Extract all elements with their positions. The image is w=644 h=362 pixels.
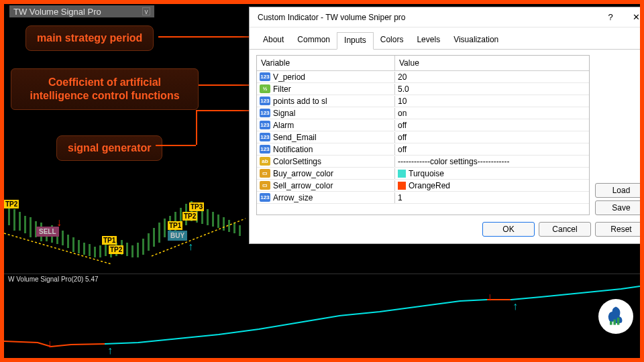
variable-value[interactable]: 1 (395, 192, 589, 203)
variable-value[interactable]: off (395, 132, 589, 143)
variable-name: Notification (273, 145, 313, 154)
variable-value[interactable]: on (395, 108, 589, 119)
color-swatch (398, 170, 406, 178)
tab-visualization[interactable]: Visualization (447, 32, 505, 50)
chart-lower-panel[interactable]: W Volume Signal Pro(20) 5.47 ↓ ↑ ↓ ↑ (4, 274, 640, 358)
save-button[interactable]: Save (595, 200, 644, 215)
tp1-label: TP1 (102, 236, 117, 245)
callout-signal: signal generator (56, 135, 162, 161)
input-row[interactable]: ½Filter5.0 (257, 83, 589, 95)
input-row[interactable]: ▭Buy_arrow_colorTurquoise (257, 168, 589, 180)
side-buttons: Load Save (595, 55, 644, 215)
input-row[interactable]: 123Signalon (257, 107, 589, 119)
connector-line (196, 110, 256, 111)
int-type-icon: 123 (260, 72, 270, 81)
variable-name: Send_Email (273, 133, 317, 142)
variable-name: Arrow_size (273, 193, 313, 202)
svg-line-0 (4, 233, 111, 264)
variable-name: points add to sl (273, 97, 327, 106)
input-row[interactable]: ▭Sell_arrow_colorOrangeRed (257, 180, 589, 192)
input-row[interactable]: 123points add to sl10 (257, 95, 589, 107)
tp2-label: TP2 (4, 200, 19, 208)
int-type-icon: 123 (260, 145, 270, 154)
input-row[interactable]: 123Arrow_size1 (257, 192, 589, 204)
variable-name: Filter (273, 84, 291, 94)
buy-arrow-icon: ↑ (106, 344, 114, 357)
clr-type-icon: ▭ (260, 181, 270, 190)
variable-name: Alarm (273, 121, 294, 130)
tab-levels[interactable]: Levels (410, 32, 447, 50)
dialog-body: Variable Value 123V_period20½Filter5.012… (250, 50, 644, 222)
indicator-properties-dialog: Custom Indicator - TW volume Sniper pro … (249, 7, 644, 244)
variable-value[interactable]: off (395, 144, 589, 155)
sell-arrow-icon: ↓ (55, 216, 63, 229)
close-button[interactable]: ✕ (623, 8, 644, 27)
variable-name: Sell_arrow_color (273, 181, 333, 190)
volume-line (4, 274, 640, 359)
grid-header: Variable Value (257, 56, 589, 71)
connector-line (156, 145, 196, 146)
variable-value[interactable]: OrangeRed (395, 180, 589, 191)
color-swatch (398, 182, 406, 190)
svg-rect-4 (617, 318, 620, 325)
tp2-label: TP2 (182, 212, 197, 221)
dialog-tabs: About Common Inputs Colors Levels Visual… (250, 27, 644, 50)
sell-arrow-icon: ↓ (46, 337, 54, 351)
tab-about[interactable]: About (256, 32, 290, 50)
buy-arrow-icon: ↑ (186, 240, 195, 253)
header-variable[interactable]: Variable (257, 56, 395, 70)
int-type-icon: 123 (260, 193, 270, 202)
input-row[interactable]: 123V_period20 (257, 71, 589, 83)
variable-value[interactable]: 5.0 (395, 84, 589, 95)
input-row[interactable]: 123Alarmoff (257, 119, 589, 131)
connector-line (199, 84, 256, 86)
variable-name: Buy_arrow_color (273, 169, 333, 178)
brand-logo (598, 299, 633, 334)
help-button[interactable]: ? (598, 8, 623, 27)
callout-period: main strategy period (25, 25, 154, 51)
connector-line (158, 36, 256, 38)
dialog-title: Custom Indicator - TW volume Sniper pro (258, 13, 598, 22)
tp1-label: TP1 (168, 221, 182, 230)
variable-value[interactable]: off (395, 120, 589, 131)
dbl-type-icon: ½ (260, 84, 270, 93)
tp3-label: TP3 (189, 202, 204, 211)
variable-name: V_period (273, 72, 305, 82)
buy-arrow-icon: ↑ (511, 300, 519, 313)
str-type-icon: ab (260, 157, 270, 166)
header-value[interactable]: Value (395, 56, 589, 70)
reset-button[interactable]: Reset (595, 222, 644, 237)
tp2-label: TP2 (109, 245, 123, 254)
clr-type-icon: ▭ (260, 169, 270, 178)
variable-name: ColorSettings (273, 157, 321, 166)
svg-rect-2 (610, 321, 612, 324)
tab-colors[interactable]: Colors (374, 32, 411, 50)
tab-inputs[interactable]: Inputs (337, 32, 374, 50)
variable-value[interactable]: Turquoise (395, 168, 589, 179)
variable-value[interactable]: 20 (395, 72, 589, 82)
connector-line (196, 110, 197, 145)
input-row[interactable]: abColorSettings------------color setting… (257, 156, 589, 168)
inputs-grid[interactable]: Variable Value 123V_period20½Filter5.012… (256, 55, 590, 215)
tab-common[interactable]: Common (290, 32, 337, 50)
sell-arrow-icon: ↓ (486, 290, 494, 304)
variable-value[interactable]: 10 (395, 96, 589, 107)
dialog-footer: OK Cancel Reset (250, 222, 644, 243)
variable-name: Signal (273, 109, 295, 118)
load-button[interactable]: Load (595, 183, 644, 198)
ok-button[interactable]: OK (482, 222, 535, 237)
int-type-icon: 123 (260, 133, 270, 141)
int-type-icon: 123 (260, 121, 270, 129)
buy-label: BUY (168, 231, 187, 241)
cancel-button[interactable]: Cancel (539, 222, 591, 237)
input-row[interactable]: 123Notificationoff (257, 143, 589, 156)
variable-value[interactable]: ------------color settings------------ (395, 156, 589, 167)
dialog-titlebar[interactable]: Custom Indicator - TW volume Sniper pro … (250, 7, 644, 27)
callout-coefficient: Coefficient of artificial intelligence c… (11, 68, 199, 110)
svg-line-1 (152, 219, 246, 256)
int-type-icon: 123 (260, 109, 270, 117)
int-type-icon: 123 (260, 97, 270, 105)
svg-rect-3 (613, 320, 616, 325)
input-row[interactable]: 123Send_Emailoff (257, 131, 589, 143)
